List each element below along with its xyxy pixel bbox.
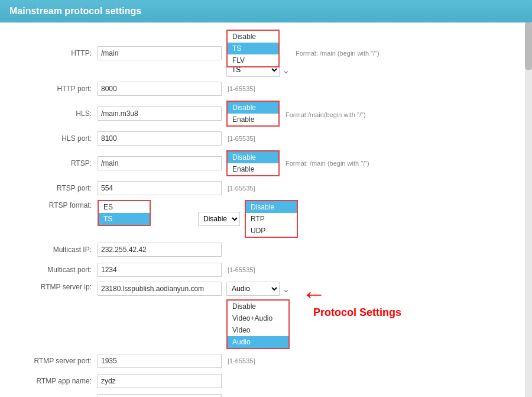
rtmp-audio-video[interactable]: Video (228, 324, 288, 336)
rtsp-hint: Format: /main (begin with "/") (286, 160, 369, 167)
http-option-flv[interactable]: FLV (228, 54, 278, 66)
hls-hint: Format:/main(begin with "/") (286, 111, 366, 118)
rtsp-rtp-dropdown[interactable]: Disable RTP UDP (245, 200, 298, 238)
annotation-area: ← Protocol Settings (301, 282, 401, 319)
rtsp-option-disable[interactable]: Disable (228, 151, 278, 163)
scrollbar-thumb[interactable] (525, 22, 532, 70)
rtmp-app-name-row: RTMP app name: (12, 373, 520, 389)
arrow-annotation: ← (301, 282, 401, 306)
rtsp-input[interactable] (98, 156, 222, 170)
http-label: HTTP: (12, 49, 98, 57)
rtsp-rtp-udp[interactable]: UDP (246, 225, 297, 237)
rtsp-format-row: RTSP format: ES TS Disable Disable RTP U… (12, 200, 520, 238)
multicast-ip-row: Multicast IP: (12, 241, 520, 258)
http-input[interactable] (98, 46, 222, 60)
hls-label: HLS: (12, 109, 98, 118)
rtmp-server-port-row: RTMP server port: [1-65535] (12, 353, 520, 369)
multicast-port-range: [1-65535] (228, 266, 255, 273)
rtsp-multicast-select[interactable]: Disable (198, 212, 240, 226)
hls-port-input[interactable] (98, 131, 222, 146)
multicast-ip-input[interactable] (98, 243, 222, 257)
rtmp-server-ip-label: RTMP server ip: (12, 282, 98, 291)
rtsp-format-dropdown[interactable]: ES TS (98, 200, 151, 226)
rtmp-audio-select[interactable]: Audio (226, 282, 280, 296)
rtmp-app-name-input[interactable] (98, 374, 222, 388)
rtsp-option-enable[interactable]: Enable (228, 163, 278, 175)
multicast-port-label: Multicast port: (12, 266, 98, 274)
rtsp-port-row: RTSP port: [1-65535] (12, 180, 520, 196)
rtmp-audio-area: Audio ⌄ Disable Video+Audio Video Audio (226, 282, 290, 349)
hls-port-row: HLS port: [1-65535] (12, 130, 520, 147)
multicast-ip-label: Multicast IP: (12, 246, 98, 254)
rtmp-audio-audio[interactable]: Audio (228, 336, 288, 348)
multicast-port-row: Multicast port: [1-65535] (12, 262, 520, 278)
page-title: Mainstream protocol settings (9, 6, 141, 16)
hls-open-dropdown[interactable]: Disable Enable (226, 101, 280, 127)
red-arrow-icon: ← (301, 282, 326, 306)
http-port-label: HTTP port: (12, 85, 98, 93)
http-port-input[interactable] (98, 82, 222, 96)
http-port-row: HTTP port: [1-65535] (12, 80, 520, 97)
http-open-dropdown[interactable]: Disable TS FLV (226, 30, 280, 67)
rtmp-server-port-range: [1-65535] (228, 357, 255, 364)
rtmp-stream-name-input[interactable] (98, 394, 222, 397)
http-dropdown-area: Disable TS FLV TS ⌄ (226, 30, 290, 77)
hls-port-range: [1-65535] (228, 135, 255, 142)
rtmp-server-port-input[interactable] (98, 354, 222, 368)
rtsp-port-label: RTSP port: (12, 184, 98, 192)
rtmp-app-name-label: RTMP app name: (12, 377, 98, 385)
rtsp-rtp-rtp[interactable]: RTP (246, 213, 297, 225)
rtsp-dropdown-area: Disable Enable (226, 150, 280, 176)
rtsp-rtp-area: Disable Disable RTP UDP (198, 200, 298, 238)
multicast-port-input[interactable] (98, 263, 222, 277)
http-hint: Format: /main (begin with "/") (296, 50, 379, 57)
page-header: Mainstream protocol settings (0, 0, 532, 22)
hls-input[interactable] (98, 106, 222, 121)
protocol-annotation: Protocol Settings (313, 306, 401, 319)
hls-option-disable[interactable]: Disable (228, 102, 278, 114)
rtmp-server-ip-input[interactable] (98, 282, 222, 296)
rtmp-stream-name-row: RTMP stream name: (12, 393, 520, 397)
hls-option-enable[interactable]: Enable (228, 114, 278, 125)
rtsp-format-es[interactable]: ES (99, 201, 150, 213)
scrollbar-track[interactable] (525, 22, 532, 397)
http-option-ts[interactable]: TS (228, 43, 278, 54)
rtsp-label: RTSP: (12, 159, 98, 167)
rtsp-row: RTSP: Disable Enable Format: /main (begi… (12, 150, 520, 176)
http-option-disable[interactable]: Disable (228, 31, 278, 43)
rtsp-port-range: [1-65535] (228, 185, 255, 192)
rtsp-format-ts[interactable]: TS (99, 213, 150, 225)
rtmp-audio-video-audio[interactable]: Video+Audio (228, 312, 288, 324)
rtmp-audio-disable[interactable]: Disable (228, 301, 288, 312)
http-row: HTTP: Disable TS FLV TS ⌄ (12, 30, 520, 77)
rtmp-server-ip-row: RTMP server ip: Audio ⌄ Disable Video+Au… (12, 282, 520, 349)
hls-row: HLS: Disable Enable Format:/main(begin w… (12, 101, 520, 127)
rtsp-open-dropdown[interactable]: Disable Enable (226, 150, 280, 176)
http-port-range: [1-65535] (228, 85, 255, 92)
rtsp-format-label: RTSP format: (12, 200, 98, 209)
rtsp-rtp-disable[interactable]: Disable (246, 201, 297, 213)
rtsp-port-input[interactable] (98, 181, 222, 195)
hls-dropdown-area: Disable Enable (226, 101, 280, 127)
rtmp-server-port-label: RTMP server port: (12, 357, 98, 365)
rtmp-audio-dropdown[interactable]: Disable Video+Audio Video Audio (226, 299, 290, 349)
hls-port-label: HLS port: (12, 134, 98, 143)
rtmp-audio-chevron: ⌄ (282, 283, 290, 295)
